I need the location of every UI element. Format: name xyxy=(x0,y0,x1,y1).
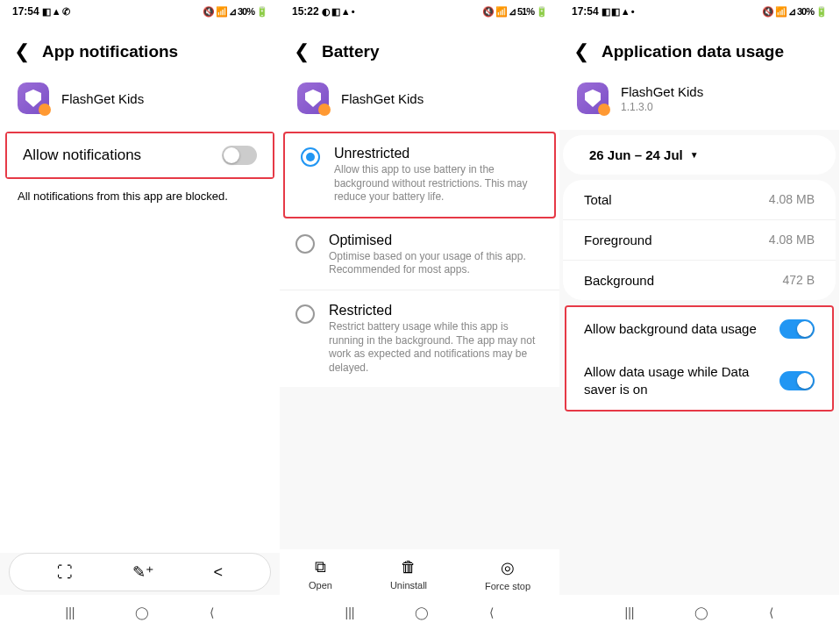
status-right-icons: 🔇 📶 ⊿ 30% 🔋 xyxy=(203,6,267,18)
uninstall-button[interactable]: 🗑 Uninstall xyxy=(390,558,427,591)
nav-home[interactable]: ◯ xyxy=(135,605,149,619)
usage-foreground: Foreground 4.08 MB xyxy=(563,220,836,261)
option-desc: Optimise based on your usage of this app… xyxy=(329,250,544,277)
status-bar: 17:54 ◧ ◧ ▲ • 🔇 📶 ⊿ 30% 🔋 xyxy=(559,0,839,23)
app-icon xyxy=(18,82,49,114)
open-icon: ⧉ xyxy=(315,558,326,576)
app-row: FlashGet Kids xyxy=(0,75,280,130)
radio-icon[interactable] xyxy=(295,234,315,254)
highlight-data-toggles: Allow background data usage Allow data u… xyxy=(565,305,834,412)
screen-data-usage: 17:54 ◧ ◧ ▲ • 🔇 📶 ⊿ 30% 🔋 ❮ Application … xyxy=(559,0,839,630)
page-title: App notifications xyxy=(42,42,178,61)
toggle-data-saver[interactable]: Allow data usage while Data saver is on xyxy=(566,351,832,410)
page-title: Application data usage xyxy=(602,42,784,61)
status-right-icons: 🔇 📶 ⊿ 30% 🔋 xyxy=(762,6,827,18)
app-version: 1.1.3.0 xyxy=(621,101,703,113)
allow-notifications-row[interactable]: Allow notifications xyxy=(7,133,273,177)
nav-back[interactable]: ⟨ xyxy=(769,605,773,619)
usage-background: Background 472 B xyxy=(563,261,836,300)
screen-app-notifications: 17:54 ◧ ▲ ✆ 🔇 📶 ⊿ 30% 🔋 ❮ App notificati… xyxy=(0,0,280,630)
radio-icon[interactable] xyxy=(301,147,320,167)
chevron-down-icon: ▼ xyxy=(690,150,699,160)
app-row: FlashGet Kids 1.1.3.0 xyxy=(559,75,839,130)
back-icon[interactable]: ❮ xyxy=(573,40,589,63)
trash-icon: 🗑 xyxy=(401,558,416,576)
toggle-switch[interactable] xyxy=(779,319,815,339)
share-icon[interactable]: < xyxy=(214,563,224,582)
header: ❮ App notifications xyxy=(0,23,280,75)
nav-recent[interactable]: ||| xyxy=(625,605,635,619)
status-time: 15:22 xyxy=(292,5,319,18)
option-unrestricted[interactable]: Unrestricted Allow this app to use batte… xyxy=(285,133,554,217)
back-icon[interactable]: ❮ xyxy=(294,40,310,63)
toggle-switch[interactable] xyxy=(779,371,815,390)
highlight-allow-notifications: Allow notifications xyxy=(5,132,274,179)
status-time: 17:54 xyxy=(12,5,39,18)
scan-icon[interactable]: ⛶ xyxy=(57,563,73,582)
app-name: FlashGet Kids xyxy=(341,91,424,106)
force-stop-button[interactable]: ◎ Force stop xyxy=(485,558,530,591)
app-icon xyxy=(297,82,329,114)
status-bar: 17:54 ◧ ▲ ✆ 🔇 📶 ⊿ 30% 🔋 xyxy=(0,0,280,23)
status-time: 17:54 xyxy=(572,5,599,18)
header: ❮ Application data usage xyxy=(559,23,839,75)
radio-icon[interactable] xyxy=(295,304,315,324)
nav-bar: ||| ◯ ⟨ xyxy=(280,595,559,630)
status-left-icons: ◐ ◧ ▲ • xyxy=(322,6,354,18)
header: ❮ Battery xyxy=(280,23,559,75)
option-restricted[interactable]: Restricted Restrict battery usage while … xyxy=(280,290,559,387)
highlight-unrestricted: Unrestricted Allow this app to use batte… xyxy=(283,132,556,218)
status-right-icons: 🔇 📶 ⊿ 51% 🔋 xyxy=(482,6,547,18)
option-title: Optimised xyxy=(329,233,544,248)
status-bar: 15:22 ◐ ◧ ▲ • 🔇 📶 ⊿ 51% 🔋 xyxy=(280,0,559,23)
toggle-switch[interactable] xyxy=(222,146,257,165)
nav-back[interactable]: ⟨ xyxy=(210,605,214,619)
nav-home[interactable]: ◯ xyxy=(415,605,429,619)
pill-bar: ⛶ ✎⁺ < xyxy=(9,553,271,591)
date-range-label: 26 Jun – 24 Jul xyxy=(589,147,683,162)
option-title: Restricted xyxy=(329,303,544,319)
usage-total: Total 4.08 MB xyxy=(563,180,836,220)
nav-back[interactable]: ⟨ xyxy=(489,605,494,619)
stop-icon: ◎ xyxy=(501,558,515,577)
status-left-icons: ◧ ▲ ✆ xyxy=(42,6,69,18)
app-row: FlashGet Kids xyxy=(280,75,559,130)
app-icon xyxy=(577,82,609,114)
bottom-action-bar: ⧉ Open 🗑 Uninstall ◎ Force stop xyxy=(280,549,559,595)
nav-bar: ||| ◯ ⟨ xyxy=(0,595,280,630)
hint-text: All notifications from this app are bloc… xyxy=(0,181,280,211)
option-title: Unrestricted xyxy=(334,146,538,161)
app-name: FlashGet Kids xyxy=(61,91,144,106)
app-name: FlashGet Kids xyxy=(621,84,703,99)
nav-home[interactable]: ◯ xyxy=(694,605,708,619)
option-optimised[interactable]: Optimised Optimise based on your usage o… xyxy=(280,220,559,290)
usage-card: Total 4.08 MB Foreground 4.08 MB Backgro… xyxy=(563,180,836,300)
nav-recent[interactable]: ||| xyxy=(345,605,355,619)
date-range-selector[interactable]: 26 Jun – 24 Jul ▼ xyxy=(563,135,836,175)
open-button[interactable]: ⧉ Open xyxy=(309,558,332,591)
screen-battery: 15:22 ◐ ◧ ▲ • 🔇 📶 ⊿ 51% 🔋 ❮ Battery Flas… xyxy=(280,0,559,630)
option-desc: Allow this app to use battery in the bac… xyxy=(334,163,538,204)
back-icon[interactable]: ❮ xyxy=(14,40,30,63)
status-left-icons: ◧ ◧ ▲ • xyxy=(602,6,634,18)
toggle-background-data[interactable]: Allow background data usage xyxy=(566,307,832,351)
edit-icon[interactable]: ✎⁺ xyxy=(132,562,154,582)
option-desc: Restrict battery usage while this app is… xyxy=(329,320,544,375)
nav-recent[interactable]: ||| xyxy=(66,605,75,619)
toggle-label: Allow notifications xyxy=(23,147,141,164)
page-title: Battery xyxy=(322,42,379,61)
nav-bar: ||| ◯ ⟨ xyxy=(559,595,839,630)
